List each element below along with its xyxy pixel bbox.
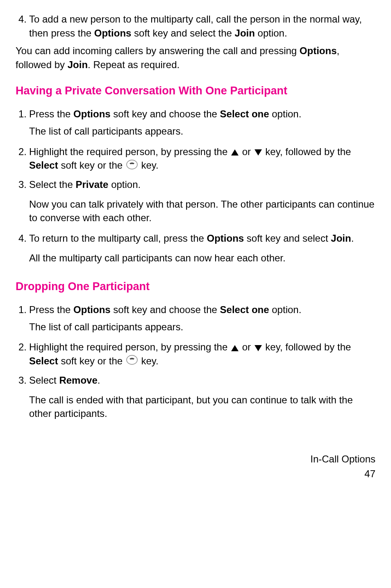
text: Press the [29, 108, 73, 119]
bold-text: Remove [59, 375, 97, 386]
text: key. [139, 355, 159, 366]
svg-point-0 [127, 160, 137, 169]
text: Press the [29, 304, 73, 315]
bold-text: Private [75, 179, 108, 190]
text: Select the [29, 179, 75, 190]
text: . [98, 375, 100, 386]
list-number: 3. [16, 178, 29, 227]
list-content: Highlight the required person, by pressi… [29, 340, 375, 369]
text: option. [108, 179, 141, 190]
list-number: 2. [16, 145, 29, 174]
list-number: 1. [16, 303, 29, 336]
call-key-icon [126, 354, 138, 369]
bold-text: Select [29, 160, 58, 171]
bold-text: Select [29, 355, 58, 366]
list-content: To return to the multiparty call, press … [29, 231, 375, 267]
list-content: Select Remove. The call is ended with th… [29, 373, 375, 423]
sub-paragraph: The call is ended with that participant,… [29, 393, 375, 421]
list-content: Press the Options soft key and choose th… [29, 107, 375, 140]
triangle-down-icon [255, 345, 262, 351]
page-footer: In-Call Options 47 [16, 452, 375, 481]
text: soft key or the [58, 355, 125, 366]
paragraph: You can add incoming callers by answerin… [16, 44, 375, 71]
text: . [351, 233, 354, 244]
text: soft key or the [58, 160, 125, 171]
sub-paragraph: All the multiparty call participants can… [29, 251, 375, 265]
list-item: 2. Highlight the required person, by pre… [16, 145, 375, 174]
bold-text: Options [73, 304, 111, 315]
text: or [239, 146, 254, 157]
list-item: 4. To add a new person to the multiparty… [16, 12, 375, 40]
text: key, followed by the [263, 341, 351, 352]
text: option. [269, 304, 302, 315]
text: key, followed by the [263, 146, 351, 157]
text: You can add incoming callers by answerin… [16, 45, 300, 56]
list-item: 2. Highlight the required person, by pre… [16, 340, 375, 369]
bold-text: Options [94, 27, 132, 39]
list-number: 1. [16, 107, 29, 140]
triangle-up-icon [231, 345, 239, 351]
triangle-down-icon [255, 149, 262, 156]
list-item: 3. Select the Private option. Now you ca… [16, 178, 375, 227]
bold-text: Options [207, 233, 244, 244]
text: soft key and choose the [111, 108, 220, 119]
list-item: 4. To return to the multiparty call, pre… [16, 231, 375, 267]
bold-text: Join [235, 27, 255, 39]
text: Highlight the required person, by pressi… [29, 341, 230, 352]
text: To return to the multiparty call, press … [29, 233, 207, 244]
text: soft key and select [244, 233, 331, 244]
sub-paragraph: The list of call participants appears. [29, 320, 375, 334]
text: or [239, 341, 254, 352]
bold-text: Select one [220, 108, 269, 119]
text: option. [269, 108, 302, 119]
list-item: 1. Press the Options soft key and choose… [16, 107, 375, 140]
list-item: 1. Press the Options soft key and choose… [16, 303, 375, 336]
list-number: 2. [16, 340, 29, 369]
list-content: To add a new person to the multiparty ca… [29, 12, 375, 40]
bold-text: Join [331, 233, 351, 244]
bold-text: Join [68, 59, 88, 70]
text: option. [255, 27, 287, 39]
bold-text: Options [300, 45, 337, 56]
list-item: 3. Select Remove. The call is ended with… [16, 373, 375, 423]
page-number: 47 [16, 467, 375, 481]
sub-paragraph: The list of call participants appears. [29, 124, 375, 138]
section-heading-dropping-participant: Dropping One Participant [16, 279, 375, 294]
list-content: Press the Options soft key and choose th… [29, 303, 375, 336]
bold-text: Select one [220, 304, 269, 315]
call-key-icon [126, 159, 138, 174]
bold-text: Options [73, 108, 111, 119]
sub-paragraph: Now you can talk privately with that per… [29, 197, 375, 225]
list-content: Select the Private option. Now you can t… [29, 178, 375, 227]
list-number: 4. [16, 231, 29, 267]
svg-point-1 [127, 355, 137, 364]
text: . Repeat as required. [88, 59, 180, 70]
list-number: 3. [16, 373, 29, 423]
text: Select [29, 375, 59, 386]
section-heading-private-conversation: Having a Private Conversation With One P… [16, 84, 375, 98]
triangle-up-icon [231, 149, 239, 156]
footer-title: In-Call Options [16, 452, 375, 467]
list-number: 4. [16, 12, 29, 40]
text: Highlight the required person, by pressi… [29, 146, 230, 157]
text: key. [139, 160, 159, 171]
text: soft key and select the [131, 27, 234, 39]
text: soft key and choose the [111, 304, 220, 315]
list-content: Highlight the required person, by pressi… [29, 145, 375, 174]
